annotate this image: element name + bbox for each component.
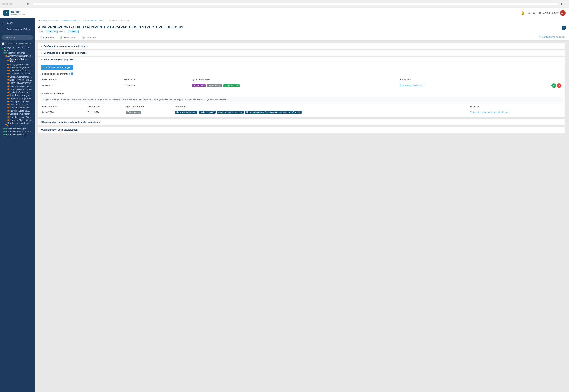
page-title: AUVERGNE-RHONE-ALPES / AUGMENTER LA CAPA… — [38, 26, 183, 29]
tree-row-interieur[interactable]: Ministère de l'Intérieur — [2, 133, 35, 136]
browser-refresh-btn[interactable]: ↻ — [26, 2, 30, 6]
page-title-section: AUVERGNE-RHONE-ALPES / AUGMENTER LA CAPA… — [38, 26, 183, 33]
breadcrumb-item-3[interactable]: Augmenter la capacit... — [84, 20, 106, 22]
sort-inh-date-debut[interactable]: ↕ — [58, 106, 59, 108]
tree-row-developper[interactable]: Développer la médecine d... — [4, 122, 35, 127]
col-date-debut: Date de début ↕ — [41, 77, 123, 82]
tree-row-grand-est[interactable]: Grand Est / Augmenter... — [6, 82, 35, 84]
sort-inh-date-fin[interactable]: ↕ — [101, 106, 102, 108]
config-entity-link[interactable]: ⚙ Configuration de l'entité — [539, 35, 566, 38]
inherited-freeze-section: Période de gel héritée La période de gel… — [41, 92, 563, 115]
badge-valeur-initiale-inh: Valeur initiale — [126, 111, 141, 114]
entity-row-types: Valeur cible Valeur initiale Valeur réal… — [191, 82, 398, 89]
sort-date-fin[interactable]: ↕ — [137, 79, 138, 81]
dot-ile-france — [7, 95, 9, 96]
table-row: 01/05/2024 01/09/2024 Valeur cible Valeu… — [41, 82, 563, 89]
sidebar: ⌂ Accueil ☰ Gestionnaire de tâches Mes a… — [0, 18, 35, 392]
tree-row-bourgogne[interactable]: Bourgogne-Franche-C... — [6, 63, 35, 66]
tab-historique[interactable]: 🕒 Historique — [79, 35, 99, 41]
tree-row-normandie[interactable]: Normandie / Augment... — [6, 106, 35, 109]
delete-freeze-button[interactable]: ✕ — [557, 83, 561, 88]
tree-row-corse[interactable]: Corse / Augmenter la c... — [6, 75, 35, 78]
settings-icon[interactable]: ⚙ — [532, 11, 535, 15]
breadcrumb-item-1[interactable]: Pilotage de l'action... — [41, 20, 60, 22]
tree-row-root[interactable]: Pilotage de l'action publique pa... — [0, 46, 35, 51]
tree-row-ecologie[interactable]: Ministère de l'Ecologie — [2, 127, 35, 130]
sidebar-label-accueil: Accueil — [6, 22, 13, 24]
tree-row-collectivite[interactable]: Collectivité d'outre-me... — [6, 72, 35, 75]
section-config-tableau[interactable]: ▶ Configuration du tableau des indicateu… — [38, 43, 566, 49]
logo-text: proPilot powered by Paris — [10, 10, 25, 15]
my-assignments-checkbox[interactable] — [2, 42, 4, 45]
tree-row-nouvelle-aquitaine[interactable]: Nouvelle-Aquitaine / A... — [6, 109, 35, 112]
breadcrumb-item-2[interactable]: Ministère de la Sant... — [62, 20, 83, 22]
tree-row-etranger[interactable]: Étranger / Augmenter l... — [6, 78, 35, 82]
section-config-diffusion[interactable]: ▶ Configuration de la diffusion des emai… — [38, 50, 566, 56]
browser-back-btn[interactable]: ‹ — [14, 2, 19, 6]
tree-row-mayotte[interactable]: Mayotte / Augmenter l... — [6, 103, 35, 106]
tree-row-occitanie[interactable]: Occitanie / Augmenter ... — [6, 112, 35, 115]
my-assignments-only-label[interactable]: Mes assignations uniquement — [0, 42, 35, 46]
edit-freeze-button[interactable]: ✎ — [552, 83, 556, 88]
inh-row-herite-de: Pilotage de l'action publique par la don… — [468, 109, 563, 115]
browser-chrome: ‹ › ↻ ⬇ ⋮ — [0, 0, 569, 8]
tree-label-sante: Ministère de la Santé — [5, 52, 25, 54]
tree-label-auvergne: Auvergne-Rhône-Alpes... — [10, 58, 33, 62]
home-icon: ⌂ — [2, 21, 4, 24]
tab-information[interactable]: ℹ Information — [38, 35, 57, 41]
tree-label-root: Pilotage de l'action publique pa... — [4, 46, 33, 51]
section-periodes-gel-header[interactable]: ▼ Périodes de gel appliquées — [38, 56, 566, 62]
inherited-from-link[interactable]: Pilotage de l'action publique par la don… — [470, 111, 509, 113]
tree-label-guyane: Guyane / Augmenter la... — [10, 88, 32, 90]
dot-mayotte — [7, 104, 9, 105]
dot-sante — [3, 52, 5, 54]
tree-row-paca[interactable]: Provence-Alpes-Côte d... — [6, 119, 35, 122]
tree-row-hauts-france[interactable]: Hauts-de-France / Aug... — [6, 91, 35, 94]
entity-row-date-debut: 01/05/2024 — [41, 82, 123, 89]
niveau-value: Régions — [68, 30, 79, 33]
tab-information-label: Information — [42, 36, 54, 39]
badge-achat: Achat de biens et services — [217, 111, 244, 114]
dot-reunion — [7, 98, 9, 99]
message-icon[interactable]: ✉ — [527, 11, 530, 15]
tree-row-guyane[interactable]: Guyane / Augmenter la... — [6, 88, 35, 91]
minimize-button[interactable]: − — [562, 26, 566, 30]
tree-children: Ministère de la Santé Augmenter la capac… — [0, 51, 35, 136]
page-tabs: ℹ Information 📊 Visualisation 🕒 Historiq… — [38, 35, 98, 41]
tree-row-augmenter[interactable]: Augmenter la capacité de... — [4, 55, 35, 57]
topbar: P proPilot powered by Paris 🔔 ✉ ⚙ FR Art… — [0, 8, 569, 18]
tree-row-guadeloupe[interactable]: Guadeloupe / Augmen... — [6, 84, 35, 88]
tab-visualisation[interactable]: 📊 Visualisation — [57, 35, 79, 41]
sort-date-debut[interactable]: ↕ — [58, 79, 59, 81]
sidebar-item-gestionnaire[interactable]: ☰ Gestionnaire de tâches — [0, 26, 35, 32]
entity-row-indicateur: ⊞ Tous les indicateurs — [398, 82, 510, 89]
tree-label-hauts-france: Hauts-de-France / Aug... — [10, 91, 32, 93]
topbar-right: 🔔 ✉ ⚙ FR Arthur Le Grix AG — [521, 10, 566, 16]
sidebar-item-accueil[interactable]: ⌂ Accueil — [0, 20, 35, 26]
row-actions: ✎ ✕ — [512, 83, 561, 88]
tree-label-paca: Provence-Alpes-Côte d... — [10, 119, 33, 121]
section-config-devise[interactable]: ▶ Configuration de la devise du tableau … — [38, 119, 566, 125]
grid-icon: ⊞ — [402, 84, 403, 87]
tree-row-martinique[interactable]: Martinique / Augment... — [6, 100, 35, 103]
add-freeze-period-button[interactable]: Ajouter une période de gel — [41, 65, 73, 70]
section-config-visualisation[interactable]: ▶ Configuration de la Visualisation — [38, 126, 566, 133]
tree-label-normandie: Normandie / Augment... — [10, 107, 31, 109]
tree-label-nouvelle-aquitaine: Nouvelle-Aquitaine / A... — [10, 110, 31, 112]
browser-url-bar[interactable] — [32, 3, 558, 5]
tree-row-auvergne[interactable]: Auvergne-Rhône-Alpes... — [6, 57, 35, 63]
badge-subventions: Subventions allouées — [175, 111, 197, 114]
tree-label-corse: Corse / Augmenter la c... — [10, 76, 32, 78]
browser-forward-btn[interactable]: › — [20, 2, 24, 6]
tree-row-ministere-sante[interactable]: Ministère de la Santé — [2, 51, 35, 55]
tree-row-economie[interactable]: Ministère de l'Economie et d... — [2, 130, 35, 133]
notification-icon[interactable]: 🔔 — [521, 11, 525, 15]
tree-row-ile-france[interactable]: Île-de-France / Augme... — [6, 94, 35, 97]
language-selector[interactable]: FR — [538, 12, 541, 14]
tree-row-bretagne[interactable]: Bretagne / Augmenter ... — [6, 66, 35, 69]
tree-row-reunion[interactable]: La Réunion / Augmente... — [6, 97, 35, 100]
search-input[interactable] — [2, 35, 33, 40]
user-menu[interactable]: Arthur Le Grix AG — [543, 10, 566, 16]
tree-row-pays-loire[interactable]: Pays de la Loire / Aug... — [6, 115, 35, 119]
tree-row-centre-val[interactable]: Centre-Val de Loire / A... — [6, 69, 35, 72]
